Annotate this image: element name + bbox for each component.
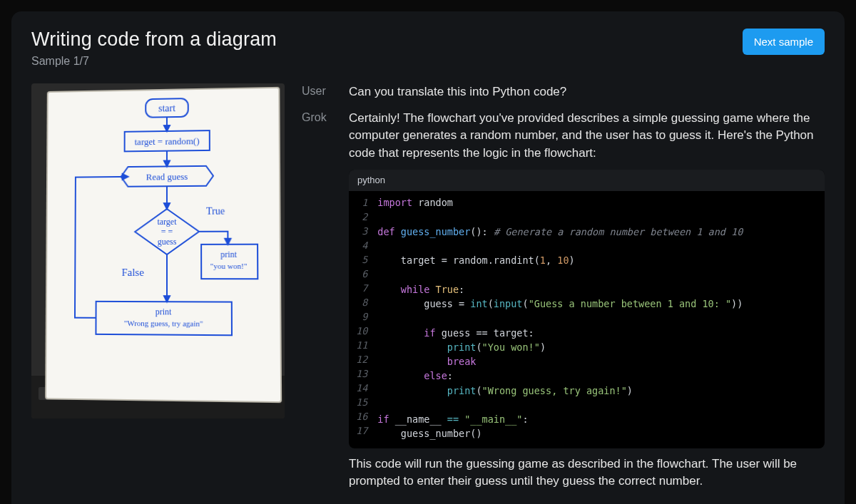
svg-text:False: False	[121, 267, 144, 278]
svg-marker-2	[164, 125, 170, 131]
svg-marker-12	[123, 174, 128, 180]
svg-marker-8	[225, 239, 230, 245]
svg-marker-5	[164, 160, 170, 166]
line-number-gutter: 1234567891011121314151617	[349, 191, 373, 448]
user-message: Can you translate this into Python code?	[349, 83, 825, 101]
header: Writing code from a diagram Sample 1/7 N…	[31, 29, 825, 68]
svg-text:target: target	[157, 217, 177, 227]
svg-text:print: print	[220, 250, 238, 259]
assistant-turn: Grok Certainly! The flowchart you've pro…	[302, 110, 825, 498]
code-language-label: python	[349, 170, 825, 192]
flowchart-diagram: start target = random() Read guess targe…	[46, 88, 283, 405]
sample-counter: Sample 1/7	[31, 55, 277, 68]
user-turn: User Can you translate this into Python …	[302, 83, 825, 101]
svg-text:start: start	[158, 103, 175, 113]
svg-text:= =: = =	[161, 227, 173, 237]
svg-text:"Wrong guess, try again": "Wrong guess, try again"	[124, 319, 203, 328]
whiteboard-photo: start target = random() Read guess targe…	[31, 83, 285, 418]
next-sample-button[interactable]: Next sample	[743, 29, 825, 55]
svg-text:target = random(): target = random()	[135, 136, 200, 147]
code-content: import random def guess_number(): # Gene…	[373, 191, 753, 448]
sample-card: Writing code from a diagram Sample 1/7 N…	[11, 11, 845, 504]
code-body: 1234567891011121314151617 import random …	[349, 191, 825, 448]
svg-marker-10	[164, 296, 170, 302]
assistant-message: Certainly! The flowchart you've provided…	[349, 110, 825, 498]
svg-text:Read guess: Read guess	[146, 172, 188, 182]
code-block: python 1234567891011121314151617 import …	[349, 170, 825, 448]
page-title: Writing code from a diagram	[31, 29, 277, 51]
svg-text:guess: guess	[158, 237, 177, 247]
image-column: start target = random() Read guess targe…	[31, 83, 285, 504]
role-label-user: User	[302, 83, 336, 101]
role-label-assistant: Grok	[302, 110, 336, 498]
assistant-outro: This code will run the guessing game as …	[349, 456, 825, 490]
header-left: Writing code from a diagram Sample 1/7	[31, 29, 277, 68]
svg-text:print: print	[156, 307, 172, 317]
assistant-intro: Certainly! The flowchart you've provided…	[349, 110, 825, 163]
content-row: start target = random() Read guess targe…	[31, 83, 825, 504]
svg-text:"you won!": "you won!"	[210, 262, 248, 270]
svg-text:True: True	[206, 205, 225, 216]
conversation-column: User Can you translate this into Python …	[302, 83, 825, 504]
